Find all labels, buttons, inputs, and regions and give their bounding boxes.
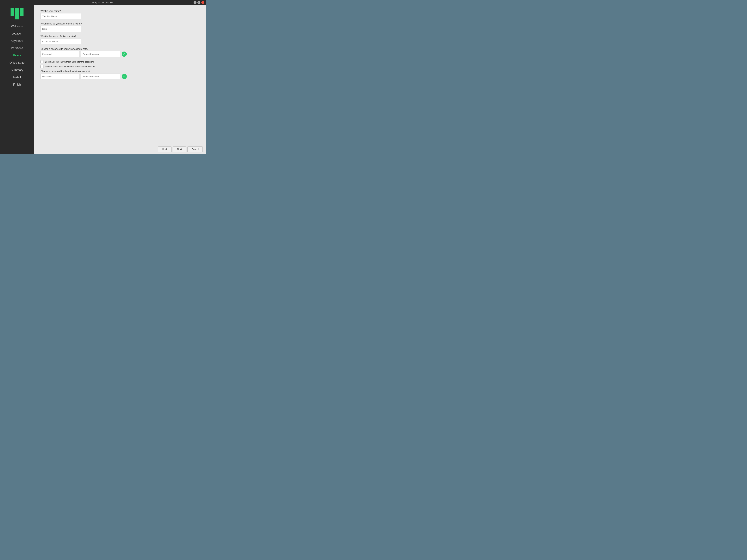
name-group: What is your name? [41,10,199,19]
window-controls: – □ ✕ [194,1,204,4]
login-label: What name do you want to use to log in? [41,22,199,25]
close-button[interactable]: ✕ [201,1,204,4]
user-password-valid-icon: ✓ [122,52,127,57]
user-password-label: Choose a password to keep your account s… [41,48,199,50]
admin-password-input[interactable] [41,74,79,79]
svg-rect-1 [15,8,19,20]
bottom-bar: Back Next Cancel [34,144,206,154]
admin-password-label: Choose a password for the administrator … [41,70,199,73]
login-group: What name do you want to use to log in? [41,22,199,32]
admin-repeat-password-input[interactable] [81,74,120,79]
manjaro-logo [10,8,24,20]
user-password-input[interactable] [41,51,79,57]
login-input[interactable] [41,26,81,32]
sidebar-item-install[interactable]: Install [0,74,34,81]
computer-label: What is the name of this computer? [41,35,199,37]
user-password-row: ✓ [41,51,199,57]
autologin-row: Log in automatically without asking for … [41,60,199,63]
sidebar-item-finish[interactable]: Finish [0,81,34,88]
window-title: Manjaro Linux Installer [93,1,114,4]
maximize-button[interactable]: □ [198,1,200,4]
sidebar-item-users[interactable]: Users [0,52,34,59]
computer-name-group: What is the name of this computer? [41,35,199,45]
sidebar-item-summary[interactable]: Summary [0,66,34,74]
sidebar-item-office-suite[interactable]: Office Suite [0,59,34,66]
sidebar-item-welcome[interactable]: Welcome [0,23,34,30]
sidebar-navigation: Welcome Location Keyboard Partitions Use… [0,23,34,88]
user-repeat-password-input[interactable] [81,51,120,57]
computer-name-input[interactable] [41,38,81,45]
admin-password-row: ✓ [41,74,199,79]
admin-password-group: Choose a password for the administrator … [41,70,199,79]
user-password-group: Choose a password to keep your account s… [41,48,199,57]
same-password-label: Use the same password for the administra… [45,65,96,68]
cancel-button[interactable]: Cancel [187,146,203,152]
sidebar-item-location[interactable]: Location [0,30,34,37]
name-label: What is your name? [41,10,199,12]
same-password-row: Use the same password for the administra… [41,65,199,68]
svg-rect-2 [20,8,24,16]
title-bar: Manjaro Linux Installer – □ ✕ [0,0,206,5]
content-area: What is your name? What name do you want… [34,5,206,154]
full-name-input[interactable] [41,13,81,19]
sidebar-item-keyboard[interactable]: Keyboard [0,37,34,45]
next-button[interactable]: Next [173,146,186,152]
minimize-button[interactable]: – [194,1,197,4]
svg-rect-0 [10,8,14,16]
sidebar-item-partitions[interactable]: Partitions [0,45,34,52]
sidebar: Welcome Location Keyboard Partitions Use… [0,5,34,154]
admin-password-valid-icon: ✓ [122,74,127,79]
back-button[interactable]: Back [158,146,171,152]
autologin-checkbox[interactable] [41,60,44,63]
autologin-label: Log in automatically without asking for … [45,61,94,63]
same-password-checkbox[interactable] [41,65,44,68]
